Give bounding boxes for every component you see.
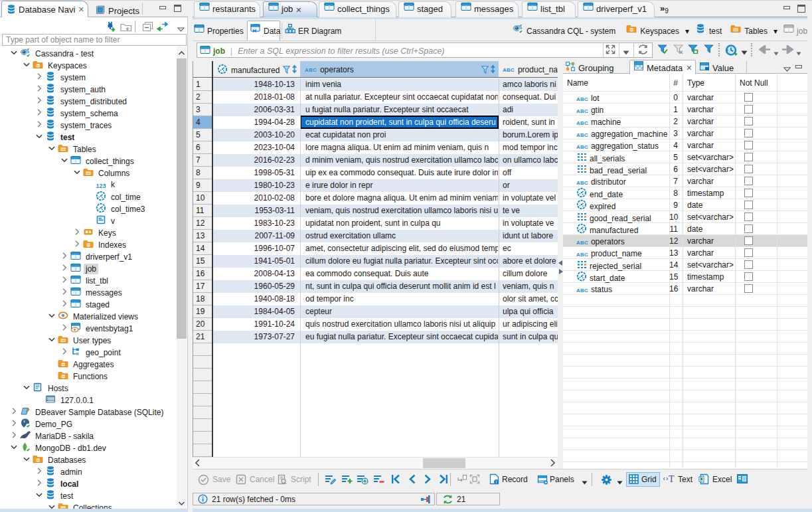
svg-text:i: i	[496, 479, 497, 484]
svg-text:T: T	[669, 474, 675, 483]
